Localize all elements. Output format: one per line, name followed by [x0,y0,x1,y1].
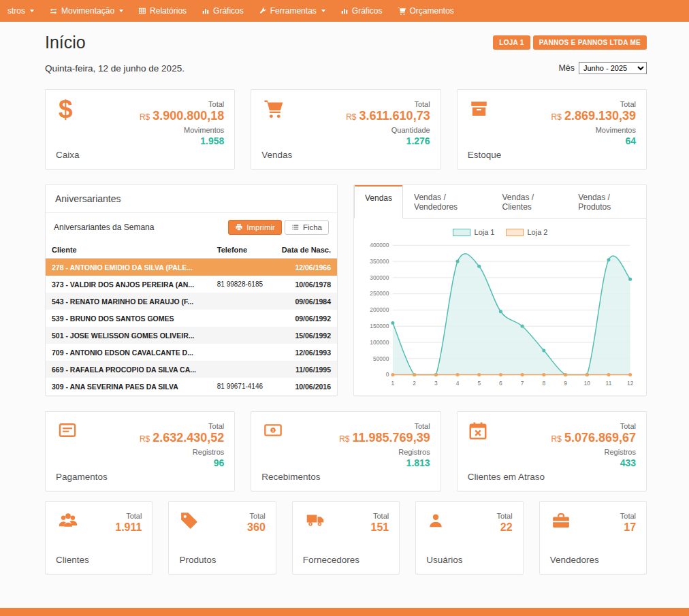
svg-text:100000: 100000 [370,339,389,346]
metric-label: Registros [140,448,224,456]
column-header-cliente: Cliente [46,242,211,259]
amount: 3.611.610,73 [359,109,430,123]
currency-prefix: R$ [140,112,150,122]
table-row[interactable]: 539 - BRUNO DOS SANTOS GOMES09/06/1992 [46,310,337,327]
svg-text:6: 6 [499,380,502,387]
legend-swatch [453,229,470,236]
metric-label: Quantidade [346,126,430,134]
nav-item-graficos[interactable]: Gráficos [194,0,251,22]
birthdays-panel: Aniversariantes Aniversariantes da Seman… [45,184,338,396]
nav-item-relatorios[interactable]: Relatórios [131,0,194,22]
small-card-label: Vendedores [550,555,599,565]
table-row[interactable]: 501 - JOSE WELISSON GOMES OLIVEIR...15/0… [46,327,337,344]
table-row[interactable]: 543 - RENATO MARINHO DE ARAUJO (F...09/0… [46,293,337,310]
currency-prefix: R$ [140,434,150,444]
stat-right: Total R$5.076.869,67 Registros 433 [551,421,636,482]
metric-value: 360 [247,521,266,534]
stat-card-label: Caixa [56,150,80,160]
stat-left: Vendas [261,99,292,160]
page-title: Início [45,33,86,52]
stat-left: $ Caixa [56,99,80,160]
metric-value-count: 1.276 [346,135,430,146]
users-icon [56,510,80,531]
stat-card-caixa: $ Caixa Total R$3.900.800,18 Movimentos … [45,89,235,169]
page-content: Início LOJA 1 PANNOS E PANNOS LTDA ME Qu… [0,22,689,574]
table-row[interactable]: 669 - RAFAELA PROCOPIO DA SILVA CA...11/… [46,361,337,378]
store-badge[interactable]: LOJA 1 [493,35,530,50]
cell-cliente: 669 - RAFAELA PROCOPIO DA SILVA CA... [46,361,211,378]
svg-text:2: 2 [413,380,416,387]
company-badge[interactable]: PANNOS E PANNOS LTDA ME [533,35,647,50]
stat-right: Total 360 [247,510,266,565]
currency-prefix: R$ [339,434,349,444]
nav-item-label: Movimentação [61,6,114,16]
cell-data: 10/06/1978 [272,276,337,293]
svg-text:0: 0 [386,371,389,378]
svg-text:3: 3 [434,380,438,387]
svg-text:12: 12 [627,380,634,387]
svg-text:300000: 300000 [370,274,389,281]
dollar-icon: $ [56,99,80,120]
svg-text:200000: 200000 [370,306,389,313]
middle-row: Aniversariantes Aniversariantes da Seman… [45,184,647,396]
nav-item-stros[interactable]: stros [0,0,42,22]
svg-text:7: 7 [521,380,524,387]
metric-value-total: R$3.611.610,73 [346,109,430,123]
print-button[interactable]: Imprimir [228,220,282,235]
stat-card-label: Vendas [261,150,292,160]
metric-value-total: R$5.076.869,67 [551,431,636,445]
nav-item-label: Relatórios [150,6,187,16]
nav-item-label: stros [7,6,25,16]
chart-body: Loja 1Loja 2 050000100000150000200000250… [354,218,646,395]
metric-label: Registros [339,448,430,456]
cell-cliente: 373 - VALDIR DOS ANJOS PEREIRA (AN... [46,276,211,293]
birthdays-table: Cliente Telefone Data de Nasc. 278 - ANT… [46,242,337,395]
svg-text:350000: 350000 [370,258,389,265]
stat-card-pagamentos: Pagamentos Total R$2.632.430,52 Registro… [45,411,235,491]
month-select[interactable]: Junho - 2025 [579,62,647,74]
cell-cliente: 539 - BRUNO DOS SANTOS GOMES [46,310,211,327]
svg-text:5: 5 [477,380,481,387]
small-card-produtos: Produtos Total 360 [168,501,276,574]
svg-text:4: 4 [456,380,460,387]
amount: 2.869.130,39 [564,109,636,123]
table-row[interactable]: 309 - ANA SEVERINA PAES DA SILVA81 99671… [46,378,337,395]
stat-left: Usuários [426,510,462,565]
sales-chart-panel: VendasVendas / VendedoresVendas / Client… [353,184,647,396]
stat-card-clientes-em-atraso: Clientes em Atraso Total R$5.076.869,67 … [457,411,647,491]
cell-data: 15/06/1992 [272,327,337,344]
small-card-label: Usuários [426,555,462,565]
metric-label: Total [140,422,224,430]
nav-item-label: Gráficos [352,6,383,16]
tab-vendas-clientes[interactable]: Vendas / Clientes [491,185,567,218]
stat-left: Clientes em Atraso [468,421,545,482]
stat-right: Total 17 [620,510,636,565]
nav-item-orcamentos[interactable]: Orçamentos [390,0,462,22]
truck-icon [303,510,327,530]
table-row[interactable]: 709 - ANTONIO EDSON CAVALCANTE D...12/06… [46,344,337,361]
tag-icon [179,510,199,531]
metric-label: Total [247,512,266,520]
store-badges: LOJA 1 PANNOS E PANNOS LTDA ME [493,35,647,50]
cell-cliente: 709 - ANTONIO EDSON CAVALCANTE D... [46,344,211,361]
tab-vendas[interactable]: Vendas [354,185,403,218]
stat-right: Total 22 [496,510,512,565]
stat-cards-row-1: $ Caixa Total R$3.900.800,18 Movimentos … [45,89,647,169]
nav-item-graficos[interactable]: Gráficos [333,0,390,22]
small-cards-row: Clientes Total 1.911 Produtos Total 360 [45,501,647,574]
tab-vendas-produtos[interactable]: Vendas / Produtos [567,185,646,218]
tab-vendas-vendedores[interactable]: Vendas / Vendedores [403,185,491,218]
nav-item-movimentacao[interactable]: Movimentação [42,0,131,22]
table-row[interactable]: 373 - VALDIR DOS ANJOS PEREIRA (AN...81 … [46,276,337,293]
metric-value-count: 433 [551,457,636,468]
stat-left: 1 Recebimentos [261,421,320,482]
nav-item-label: Gráficos [213,6,244,16]
cell-telefone [211,310,272,327]
table-row[interactable]: 278 - ANTONIO EMIDIO DA SILVA (PALE...12… [46,259,337,276]
stat-card-label: Pagamentos [56,472,108,482]
currency-prefix: R$ [551,112,562,122]
ficha-button[interactable]: Ficha [285,220,329,235]
caret-down-icon [119,10,123,12]
nav-item-ferramentas[interactable]: Ferramentas [251,0,333,22]
chart-icon [202,7,210,15]
